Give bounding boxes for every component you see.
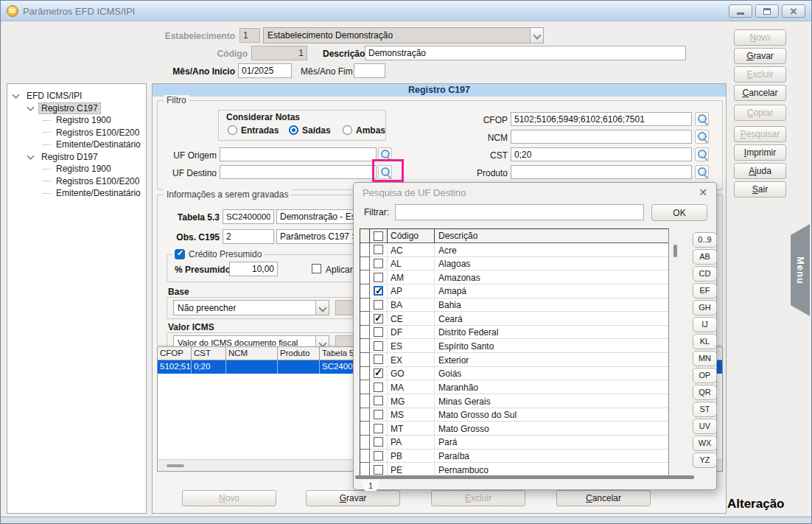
alpha-button-ef[interactable]: EF	[693, 283, 717, 298]
alpha-button-cd[interactable]: CD	[693, 266, 717, 282]
uf-list-row[interactable]: MGMinas Gerais	[360, 394, 668, 408]
bottom-novo-button[interactable]: Novo	[182, 490, 276, 506]
uf-origem-field[interactable]	[220, 147, 377, 161]
uf-list-row[interactable]: DFDistrito Federal	[360, 326, 668, 340]
radio-entradas-label[interactable]: Entradas	[241, 125, 279, 136]
chevron-down-icon[interactable]	[13, 91, 20, 99]
bottom-excluir-button[interactable]: Excluir	[431, 490, 525, 506]
scrollbar-thumb[interactable]	[167, 464, 184, 467]
row-checkbox[interactable]	[374, 382, 383, 392]
row-checkbox[interactable]	[374, 300, 383, 310]
alpha-button-gh[interactable]: GH	[693, 300, 717, 315]
tree-item-registro-c197[interactable]: Registro C197	[7, 102, 146, 115]
row-checkbox[interactable]	[374, 245, 383, 254]
page-tab[interactable]: 1	[361, 481, 380, 491]
list-vertical-scrollbar[interactable]	[673, 245, 677, 257]
tree-item-efd-icms-ipi[interactable]: EFD ICMS/IPI	[7, 90, 146, 102]
uf-list-row[interactable]: PAPará	[360, 436, 668, 450]
tree-item-emitente-destinatario-d[interactable]: Emitente/Destinatário	[7, 187, 146, 200]
row-checkbox[interactable]	[374, 354, 383, 364]
row-checkbox[interactable]	[374, 410, 383, 419]
list-horizontal-scrollbar[interactable]	[355, 475, 694, 479]
col-produto[interactable]: Produto	[278, 347, 320, 360]
side-sair-button[interactable]: Sair	[734, 181, 786, 198]
close-button[interactable]: ✕	[782, 4, 805, 18]
side-excluir-button[interactable]: Excluir	[734, 66, 786, 83]
uf-list-row[interactable]: EXExterior	[360, 353, 668, 367]
mes-ano-inicio-field[interactable]	[238, 63, 292, 78]
row-checkbox[interactable]	[374, 424, 383, 433]
alpha-button-09[interactable]: 0..9	[693, 232, 717, 248]
radio-saidas[interactable]	[289, 125, 298, 135]
radio-ambas-label[interactable]: Ambas	[356, 125, 385, 136]
alpha-button-mn[interactable]: MN	[693, 351, 717, 366]
bottom-cancelar-button[interactable]: Cancelar	[556, 490, 651, 506]
descricao-field[interactable]	[365, 46, 686, 60]
row-checkbox[interactable]	[374, 396, 383, 405]
radio-ambas[interactable]	[343, 125, 352, 135]
radio-entradas[interactable]	[228, 125, 237, 135]
side-copiar-button[interactable]: Copiar	[734, 105, 786, 121]
aplicar-checkbox[interactable]	[312, 264, 321, 273]
header-descricao[interactable]: Descrição	[435, 229, 668, 242]
col-ncm[interactable]: NCM	[226, 347, 278, 360]
side-imprimir-button[interactable]: Imprimir	[734, 144, 786, 161]
alpha-button-ab[interactable]: AB	[693, 249, 717, 265]
menu-side-tab[interactable]: Menu	[791, 224, 810, 316]
uf-destino-field[interactable]	[220, 165, 377, 179]
ncm-field[interactable]	[511, 130, 692, 144]
alpha-button-uv[interactable]: UV	[693, 419, 717, 434]
side-novo-button[interactable]: Novo	[734, 29, 786, 46]
header-codigo[interactable]: Código	[388, 229, 435, 242]
side-ajuda-button[interactable]: Ajuda	[734, 163, 786, 179]
credito-presumido-checkbox[interactable]	[175, 249, 185, 259]
alpha-button-ij[interactable]: IJ	[693, 317, 717, 332]
uf-list-row[interactable]: ALAlagoas	[360, 257, 668, 271]
alpha-button-kl[interactable]: KL	[693, 334, 717, 349]
uf-list-row[interactable]: GOGoiás	[360, 367, 668, 381]
row-checkbox[interactable]	[374, 259, 383, 268]
tree-item-registros-e100-e200[interactable]: Registros E100/E200	[7, 127, 146, 139]
uf-list-row[interactable]: MSMato Grosso do Sul	[360, 408, 668, 422]
uf-list-row[interactable]: PBParaíba	[360, 450, 668, 464]
minimize-button[interactable]	[729, 4, 752, 18]
tree-item-emitente-destinatario[interactable]: Emitente/Destinatário	[7, 139, 146, 151]
estabelecimento-select[interactable]: Estabelecimento Demonstração	[263, 27, 544, 43]
tree-item-registro-1900[interactable]: Registro 1900	[7, 114, 146, 127]
obs-c195-code-field[interactable]	[223, 229, 274, 244]
side-gravar-button[interactable]: Gravar	[734, 48, 786, 64]
tabela53-code-field[interactable]	[223, 209, 274, 224]
presumido-field[interactable]	[229, 262, 278, 276]
row-checkbox[interactable]	[374, 451, 383, 461]
alpha-button-qr[interactable]: QR	[693, 385, 717, 400]
produto-search-button[interactable]	[695, 165, 709, 179]
ncm-search-button[interactable]	[695, 130, 709, 144]
mes-ano-fim-field[interactable]	[354, 63, 385, 78]
cst-search-button[interactable]	[695, 147, 709, 161]
alpha-button-st[interactable]: ST	[693, 402, 717, 417]
row-checkbox[interactable]	[374, 465, 383, 475]
row-checkbox[interactable]	[374, 368, 383, 378]
produto-field[interactable]	[511, 165, 692, 179]
uf-list-row[interactable]: ACAcre	[360, 243, 668, 257]
alpha-button-wx[interactable]: WX	[693, 436, 717, 451]
cfop-search-button[interactable]	[695, 112, 709, 126]
row-checkbox[interactable]	[374, 341, 383, 351]
chevron-down-icon[interactable]	[27, 103, 35, 111]
bottom-gravar-button[interactable]: Gravar	[306, 490, 400, 506]
alpha-button-op[interactable]: OP	[693, 368, 717, 383]
uf-list-row[interactable]: CECeará	[360, 312, 668, 326]
base-select[interactable]: Não preencher	[173, 300, 329, 315]
col-cst[interactable]: CST	[192, 347, 226, 360]
tree-item-registros-e100-e200-d[interactable]: Registros E100/E200	[7, 175, 146, 188]
maximize-button[interactable]	[755, 4, 779, 18]
uf-list-row[interactable]: MAMaranhão	[360, 380, 668, 394]
select-all-checkbox[interactable]	[374, 231, 383, 241]
tree-item-registro-d197[interactable]: Registro D197	[7, 151, 146, 164]
chevron-down-icon[interactable]	[27, 152, 35, 159]
alpha-button-yz[interactable]: YZ	[693, 453, 717, 468]
uf-list-row[interactable]: PEPernambuco	[360, 463, 668, 476]
row-checkbox[interactable]	[374, 437, 383, 447]
uf-list-row[interactable]: MTMato Grosso	[360, 422, 668, 436]
dialog-close-icon[interactable]: ✕	[699, 186, 707, 198]
